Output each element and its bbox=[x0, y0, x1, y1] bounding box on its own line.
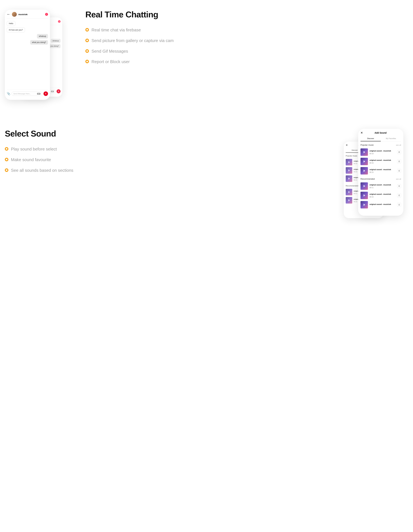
sound-thumbnail[interactable] bbox=[361, 167, 368, 174]
bookmark-icon bbox=[398, 204, 400, 206]
mic-button[interactable] bbox=[43, 91, 48, 96]
feature-item: Play sound before select bbox=[5, 146, 334, 152]
sound-item[interactable]: original sound - musictok00:18 bbox=[361, 147, 401, 157]
feature-text: Send picture from gallery or capture via… bbox=[91, 38, 174, 43]
feature-text: Make sound favourite bbox=[11, 157, 51, 162]
bullet-icon bbox=[85, 28, 89, 32]
bookmark-icon bbox=[398, 185, 400, 187]
tab-favorites[interactable]: My Favorites bbox=[381, 136, 401, 141]
sound-item[interactable]: original sound - musictok00:16 bbox=[361, 157, 401, 166]
sound-header-title: Add Sound bbox=[360, 132, 401, 134]
sound-thumbnail[interactable] bbox=[346, 197, 352, 203]
sound-thumbnail[interactable] bbox=[361, 148, 368, 156]
sound-phone-front: ✕ Add Sound Discover My Favorites Popula… bbox=[358, 129, 403, 216]
section-label: Recommended bbox=[361, 178, 375, 180]
section-title: Real Time Chatting bbox=[85, 10, 408, 19]
sound-item[interactable]: original sound - musictok bbox=[361, 200, 401, 209]
bookmark-button[interactable] bbox=[397, 193, 401, 197]
section-select-sound: Select Sound Play sound before select Ma… bbox=[5, 129, 408, 219]
see-all-link[interactable]: see all bbox=[396, 178, 401, 180]
feature-item: Real time chat via firebase bbox=[85, 27, 408, 33]
sound-duration: 00:11 bbox=[370, 187, 396, 189]
attachment-icon[interactable]: 📎 bbox=[7, 92, 10, 95]
bullet-icon bbox=[85, 49, 89, 53]
chat-phone-front: ← musictok ! Hello Hi how are you? whats… bbox=[5, 10, 50, 100]
sound-duration: 00:18 bbox=[370, 153, 396, 154]
feature-text: Report or Block user bbox=[91, 59, 130, 65]
chat-username: musictok bbox=[18, 13, 43, 16]
sound-phone-stack: ✕ Add Sound Discover My Favorites Popula… bbox=[344, 129, 408, 219]
bullet-icon bbox=[5, 158, 8, 161]
feature-text: Send Gif Messages bbox=[91, 49, 128, 54]
chat-message: whatsup bbox=[51, 39, 60, 43]
sound-thumbnail[interactable] bbox=[346, 175, 352, 182]
feature-list: Real time chat via firebase Send picture… bbox=[85, 27, 408, 65]
sound-item[interactable]: original sound - musictok00:15 bbox=[361, 166, 401, 175]
section-label: Popular music bbox=[346, 155, 357, 157]
bullet-icon bbox=[85, 39, 89, 42]
gif-button[interactable]: GIF bbox=[37, 93, 40, 95]
mic-icon bbox=[45, 93, 47, 95]
sound-thumbnail[interactable] bbox=[361, 158, 368, 165]
section-realtime-chat: ← musictok ! Hello Hi how are you? whats… bbox=[5, 10, 408, 106]
sound-thumbnail[interactable] bbox=[346, 167, 352, 173]
chat-message: Hello bbox=[7, 21, 15, 26]
feature-text: Play sound before select bbox=[11, 146, 57, 152]
bullet-icon bbox=[85, 60, 89, 63]
see-all-link[interactable]: see all bbox=[396, 144, 401, 146]
bookmark-button[interactable] bbox=[397, 150, 401, 154]
bullet-icon bbox=[5, 147, 8, 151]
tab-discover[interactable]: Discover bbox=[361, 136, 381, 141]
feature-item: Send picture from gallery or capture via… bbox=[85, 38, 408, 43]
bullet-icon bbox=[5, 168, 8, 172]
sound-duration: 00:16 bbox=[370, 162, 396, 164]
sound-name: original sound - musictok bbox=[370, 150, 396, 152]
chat-feature-column: Real Time Chatting Real time chat via fi… bbox=[85, 10, 408, 70]
sound-thumbnail[interactable] bbox=[361, 201, 368, 209]
feature-list: Play sound before select Make sound favo… bbox=[5, 146, 334, 173]
sound-thumbnail[interactable] bbox=[346, 159, 352, 165]
section-label: Recommended bbox=[346, 185, 358, 187]
sound-name: original sound - musictok bbox=[370, 184, 396, 186]
bookmark-button[interactable] bbox=[397, 184, 401, 188]
feature-text: See all sounds based on sections bbox=[11, 168, 73, 173]
mic-icon bbox=[58, 90, 59, 92]
sound-thumbnail[interactable] bbox=[361, 182, 368, 190]
section-title: Select Sound bbox=[5, 129, 334, 138]
sound-name: original sound - musictok bbox=[370, 203, 396, 205]
feature-item: Report or Block user bbox=[85, 59, 408, 65]
sound-item[interactable]: original sound - musictok00:11 bbox=[361, 181, 401, 191]
sound-thumbnail[interactable] bbox=[361, 192, 368, 199]
message-input[interactable]: Send Message Here... GIF bbox=[12, 92, 42, 96]
feature-text: Real time chat via firebase bbox=[91, 27, 141, 33]
bookmark-icon bbox=[398, 194, 400, 196]
back-icon[interactable]: ← bbox=[7, 12, 10, 16]
chat-message: whatsup bbox=[37, 34, 48, 38]
chat-phone-stack: ← musictok ! Hello Hi how are you? whats… bbox=[5, 10, 76, 106]
chat-message: what you doing? bbox=[30, 40, 48, 45]
sound-name: original sound - musictok bbox=[370, 169, 396, 171]
bookmark-button[interactable] bbox=[397, 203, 401, 207]
feature-item: Make sound favourite bbox=[5, 157, 334, 162]
sound-duration: 00:15 bbox=[370, 171, 396, 173]
bookmark-button[interactable] bbox=[397, 160, 401, 163]
sound-feature-column: Select Sound Play sound before select Ma… bbox=[5, 129, 334, 178]
sound-item[interactable]: original sound - musictok00:15 bbox=[361, 191, 401, 200]
mic-button[interactable] bbox=[57, 89, 60, 93]
feature-item: See all sounds based on sections bbox=[5, 168, 334, 173]
feature-item: Send Gif Messages bbox=[85, 49, 408, 54]
chat-message: Hi how are you? bbox=[7, 28, 25, 32]
bookmark-icon bbox=[398, 151, 400, 153]
bookmark-button[interactable] bbox=[397, 169, 401, 173]
alert-icon[interactable]: ! bbox=[58, 20, 60, 23]
section-label: Popular music bbox=[361, 144, 374, 146]
sound-thumbnail[interactable] bbox=[346, 189, 352, 195]
gif-button[interactable]: GIF bbox=[51, 91, 54, 92]
avatar[interactable] bbox=[12, 12, 17, 17]
sound-name: original sound - musictok bbox=[370, 193, 396, 195]
sound-duration: 00:15 bbox=[370, 196, 396, 198]
input-placeholder: Send Message Here... bbox=[13, 93, 31, 95]
alert-icon[interactable]: ! bbox=[45, 13, 48, 16]
bookmark-icon bbox=[398, 161, 400, 162]
bookmark-icon bbox=[398, 170, 400, 172]
